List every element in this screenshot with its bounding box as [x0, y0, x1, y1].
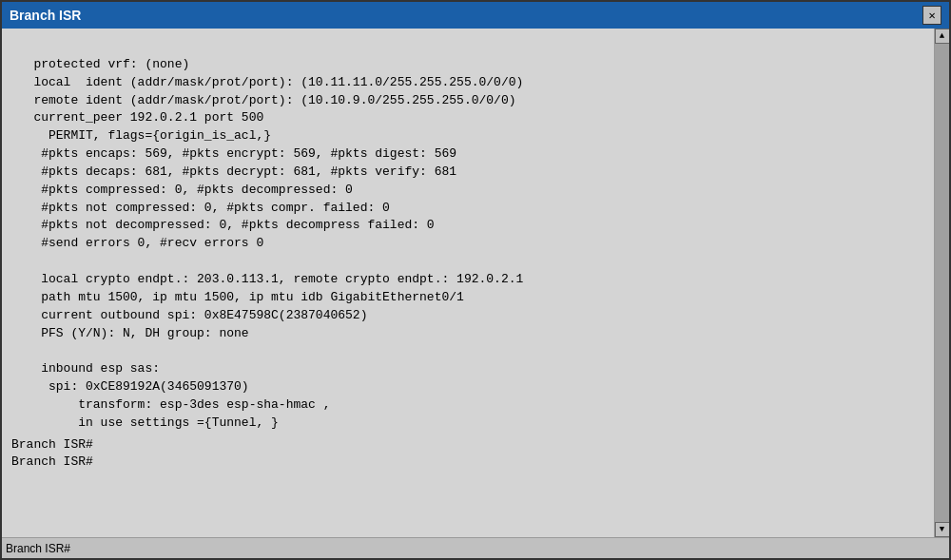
- bottom-lines: Branch ISR# Branch ISR#: [2, 436, 934, 473]
- scrollbar[interactable]: ▲ ▼: [934, 29, 949, 537]
- prompt-line1: Branch ISR#: [6, 542, 70, 555]
- title-bar: Branch ISR ✕: [2, 2, 949, 29]
- main-area: protected vrf: (none) local ident (addr/…: [2, 29, 949, 537]
- terminal-window: Branch ISR ✕ protected vrf: (none) local…: [0, 0, 951, 560]
- window-title: Branch ISR: [10, 8, 81, 23]
- scroll-down-button[interactable]: ▼: [935, 522, 950, 537]
- terminal-output: protected vrf: (none) local ident (addr/…: [2, 38, 934, 433]
- close-button[interactable]: ✕: [922, 6, 941, 25]
- scroll-up-button[interactable]: ▲: [935, 29, 950, 44]
- status-text: Branch ISR#: [6, 542, 70, 555]
- scroll-track[interactable]: [935, 44, 949, 522]
- status-bar: Branch ISR#: [2, 537, 949, 558]
- content-area: protected vrf: (none) local ident (addr/…: [2, 29, 934, 537]
